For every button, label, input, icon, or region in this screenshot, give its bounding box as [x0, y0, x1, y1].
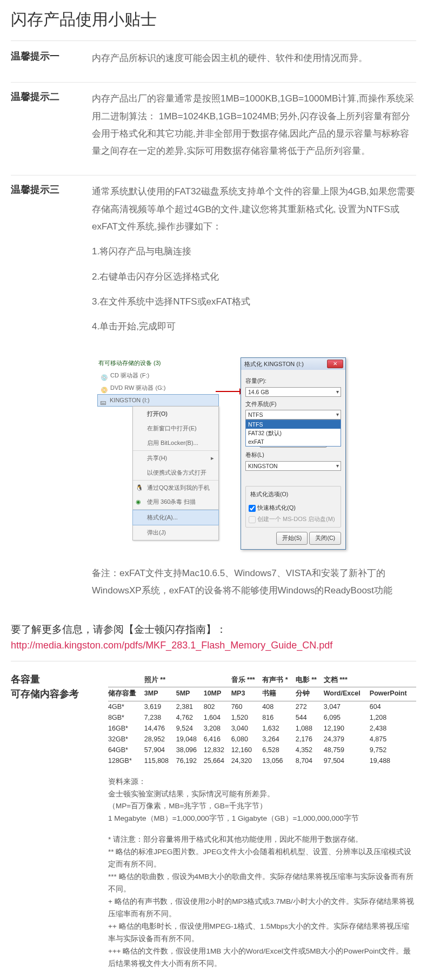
fs-opt-fat32[interactable]: FAT32 (默认) [246, 429, 341, 437]
table-row: 128GB*115,80876,19225,66424,32013,0568,7… [108, 755, 416, 766]
tip-3-body-0: 通常系统默认使用的FAT32磁盘系统支持单个文件的容量上限为4GB,如果您需要存… [92, 183, 416, 235]
close-icon[interactable]: ✕ [327, 360, 343, 368]
kingston-drive-label: KINGSTON (I:) [110, 395, 150, 406]
kingston-drive-item[interactable]: 🖴 KINGSTON (I:) [97, 394, 219, 407]
table-header-row: 储存容量3MP5MP10MPMP3书籍分钟Word/ExcelPowerPoin… [108, 687, 416, 701]
ctx-share[interactable]: 共享(H)▸ [133, 451, 218, 465]
ctx-bitlocker[interactable]: 启用 BitLocker(B)... [133, 436, 218, 451]
capacity-section-title: 各容量 可存储内容参考 [11, 672, 92, 970]
dialog-title: 格式化 KINGSTON (I:) ✕ [241, 358, 345, 370]
tip-1: 温馨提示一 内存产品所标识的速度可能会因主机的硬件、软件和使用情况而异。 [11, 50, 416, 83]
ctx-new-window[interactable]: 在新窗口中打开(E) [133, 421, 218, 436]
tip-3-body-4: 4.单击开始,完成即可 [92, 318, 416, 335]
shield-icon: ◉ [136, 496, 143, 504]
table-row: 32GB*28,95219,0486,4166,0803,2642,17624,… [108, 734, 416, 745]
ctx-qq-send[interactable]: 🐧通过QQ发送到我的手机 [133, 481, 218, 495]
tip-1-label: 温馨提示一 [11, 50, 76, 75]
cd-drive-label: CD 驱动器 (F:) [110, 370, 149, 381]
tip-2-label: 温馨提示二 [11, 90, 76, 167]
ctx-scan[interactable]: ◉使用 360杀毒 扫描 [133, 495, 218, 510]
guide-link[interactable]: http://media.kingston.com/pdfs/MKF_283.1… [11, 640, 332, 651]
disc-icon: 📀 [101, 384, 108, 392]
context-menu: 打开(O) 在新窗口中打开(E) 启用 BitLocker(B)... 共享(H… [132, 406, 219, 540]
capacity-label: 容量(P): [245, 376, 341, 387]
tip-2-body: 内存产品出厂的容量通常是按照1MB=1000KB,1GB=1000MB计算,而操… [92, 90, 416, 160]
tip-3-body-1: 1.将闪存产品与电脑连接 [92, 243, 416, 260]
msdos-checkbox [249, 516, 256, 523]
volume-label: 卷标(L) [245, 450, 341, 461]
devices-heading: 有可移动存储的设备 (3) [97, 357, 219, 369]
qq-icon: 🐧 [136, 482, 143, 490]
volume-input[interactable]: KINGSTON [245, 461, 341, 471]
start-button[interactable]: 开始(S) [276, 532, 308, 545]
dvd-drive-label: DVD RW 驱动器 (G:) [110, 382, 165, 394]
tip-2: 温馨提示二 内存产品出厂的容量通常是按照1MB=1000KB,1GB=1000M… [11, 90, 416, 175]
close-button[interactable]: 关闭(C) [309, 532, 341, 545]
capacity-table: 照片 **音乐 ***有声书 *电影 **文档 *** 储存容量3MP5MP10… [108, 672, 416, 766]
tip-3-footnote: 备注：exFAT文件支持Mac10.6.5、Windows7、VISTA和安装了… [92, 565, 416, 600]
disc-icon: 💿 [101, 372, 108, 380]
format-figure: 有可移动存储的设备 (3) 💿 CD 驱动器 (F:) 📀 DVD RW 驱动器… [92, 357, 416, 550]
table-row: 64GB*57,90438,09612,83212,1606,5284,3524… [108, 745, 416, 755]
capacity-select[interactable]: 14.6 GB [245, 387, 341, 397]
quick-format-checkbox[interactable] [249, 505, 256, 512]
table-row: 16GB*14,4769,5243,2083,0401,6321,08812,1… [108, 723, 416, 734]
quick-format-label: 快速格式化(Q) [257, 504, 296, 511]
fs-opt-exfat[interactable]: exFAT [246, 437, 341, 446]
chevron-right-icon: ▸ [211, 452, 214, 464]
table-category-row: 照片 **音乐 ***有声书 *电影 **文档 *** [108, 672, 416, 687]
usb-icon: 🖴 [100, 397, 108, 404]
format-dialog: 格式化 KINGSTON (I:) ✕ 容量(P): 14.6 GB 文件系统(… [241, 357, 346, 550]
tip-3-body-3: 3.在文件系统中选择NTFS或exFAT格式 [92, 293, 416, 310]
notes-block: 资料来源： 金士顿实验室测试结果，实际情况可能有所差异。 （MP=百万像素，MB… [108, 776, 416, 970]
table-row: 4GB*3,6192,3818027604082723,047604 [108, 701, 416, 712]
ctx-open[interactable]: 打开(O) [133, 407, 218, 421]
more-info-text: 要了解更多信息，请参阅【金士顿闪存指南】： [11, 623, 416, 637]
tip-3: 温馨提示三 通常系统默认使用的FAT32磁盘系统支持单个文件的容量上限为4GB,… [11, 183, 416, 614]
tip-3-body-2: 2.右键单击闪存分区选择格式化 [92, 268, 416, 286]
fs-opt-ntfs[interactable]: NTFS [246, 420, 341, 429]
page-title: 闪存产品使用小贴士 [11, 9, 416, 31]
tip-1-body: 内存产品所标识的速度可能会因主机的硬件、软件和使用情况而异。 [92, 50, 416, 67]
divider [11, 40, 416, 41]
arrow-right-icon [216, 387, 244, 396]
filesystem-select[interactable]: NTFS NTFS FAT32 (默认) exFAT [245, 410, 341, 420]
filesystem-label: 文件系统(F) [245, 399, 341, 410]
format-options-label: 格式化选项(O) [249, 489, 290, 500]
tip-3-label: 温馨提示三 [11, 183, 76, 607]
dvd-drive-item[interactable]: 📀 DVD RW 驱动器 (G:) [97, 382, 219, 394]
ctx-format[interactable]: 格式化(A)... [132, 510, 219, 525]
cd-drive-item[interactable]: 💿 CD 驱动器 (F:) [97, 369, 219, 382]
table-row: 8GB*7,2384,7621,6041,5208165446,0951,208 [108, 712, 416, 723]
filesystem-options: NTFS FAT32 (默认) exFAT [245, 420, 341, 447]
ctx-portable[interactable]: 以便携式设备方式打开 [133, 465, 218, 481]
msdos-label: 创建一个 MS-DOS 启动盘(M) [257, 516, 335, 522]
ctx-eject[interactable]: 弹出(J) [133, 525, 218, 540]
